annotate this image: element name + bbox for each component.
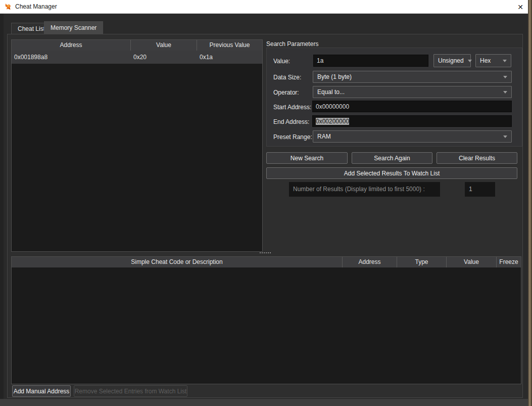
base-select[interactable]: Hex — [475, 54, 511, 67]
sign-select[interactable]: Unsigned — [433, 54, 471, 67]
new-search-button[interactable]: New Search — [266, 152, 348, 164]
cell-address: 0x001898a8 — [12, 51, 131, 64]
column-header-freeze[interactable]: Freeze — [497, 257, 521, 267]
selected-text: 0x00200000 — [316, 118, 349, 125]
add-selected-results-button[interactable]: Add Selected Results To Watch List — [266, 167, 517, 179]
watch-list-header: Simple Cheat Code or Description Address… — [12, 257, 521, 267]
cell-value: 0x20 — [131, 51, 197, 64]
data-size-select[interactable]: Byte (1 byte) — [313, 71, 512, 83]
chevron-down-icon — [503, 136, 507, 138]
window-left-edge — [0, 14, 4, 406]
search-parameters-title: Search Parameters — [266, 40, 318, 48]
base-select-value: Hex — [480, 57, 491, 64]
remove-selected-entries-button: Remove Selected Entries from Watch List — [74, 385, 187, 397]
column-header-address[interactable]: Address — [343, 257, 397, 267]
column-header-type[interactable]: Type — [397, 257, 447, 267]
column-header-value[interactable]: Value — [447, 257, 497, 267]
search-again-button[interactable]: Search Again — [352, 152, 432, 164]
add-manual-address-button[interactable]: Add Manual Address — [12, 385, 71, 397]
data-size-select-value: Byte (1 byte) — [317, 73, 352, 80]
chevron-down-icon — [503, 91, 507, 94]
column-header-description[interactable]: Simple Cheat Code or Description — [12, 257, 343, 267]
titlebar[interactable]: Cheat Manager ✕ — [0, 0, 528, 14]
splitter-handle[interactable] — [260, 252, 271, 253]
value-label: Value: — [273, 58, 290, 65]
operator-select-value: Equal to... — [317, 88, 345, 96]
preset-range-select[interactable]: RAM — [313, 130, 512, 143]
value-input[interactable]: 1a — [313, 55, 428, 67]
end-address-label: End Address: — [273, 118, 309, 125]
window-bottom-edge — [0, 399, 528, 406]
fox-app-icon — [4, 3, 12, 11]
sign-select-value: Unsigned — [438, 57, 464, 64]
scan-results-header: Address Value Previous Value — [12, 40, 262, 51]
tab-memory-scanner[interactable]: Memory Scanner — [44, 21, 103, 34]
chevron-down-icon — [503, 76, 507, 78]
number-of-results-value: 1 — [465, 182, 495, 197]
end-address-input[interactable]: 0x00200000 — [312, 115, 512, 127]
number-of-results-label: Number of Results (Display limited to fi… — [289, 182, 440, 197]
chevron-down-icon — [468, 60, 472, 62]
background-game-strip — [528, 0, 532, 406]
operator-label: Operator: — [273, 89, 299, 96]
preset-range-label: Preset Range: — [273, 133, 312, 141]
cheat-manager-window: Cheat Manager ✕ Cheat List Memory Scanne… — [0, 0, 532, 406]
operator-select[interactable]: Equal to... — [313, 86, 512, 98]
table-row[interactable]: 0x001898a8 0x20 0x1a — [12, 51, 262, 64]
watch-list-table[interactable]: Simple Cheat Code or Description Address… — [11, 256, 521, 384]
start-address-input[interactable]: 0x00000000 — [312, 101, 512, 112]
cell-previous-value: 0x1a — [197, 51, 262, 64]
start-address-label: Start Address: — [273, 104, 311, 111]
chevron-down-icon — [503, 60, 507, 62]
window-title: Cheat Manager — [15, 0, 57, 14]
column-header-address[interactable]: Address — [12, 40, 131, 51]
preset-range-select-value: RAM — [317, 133, 331, 140]
data-size-label: Data Size: — [273, 74, 301, 81]
scan-results-table[interactable]: Address Value Previous Value 0x001898a8 … — [11, 39, 263, 252]
column-header-value[interactable]: Value — [131, 40, 197, 51]
close-icon[interactable]: ✕ — [514, 1, 526, 13]
clear-results-button[interactable]: Clear Results — [437, 152, 517, 164]
column-header-previous-value[interactable]: Previous Value — [197, 40, 262, 51]
